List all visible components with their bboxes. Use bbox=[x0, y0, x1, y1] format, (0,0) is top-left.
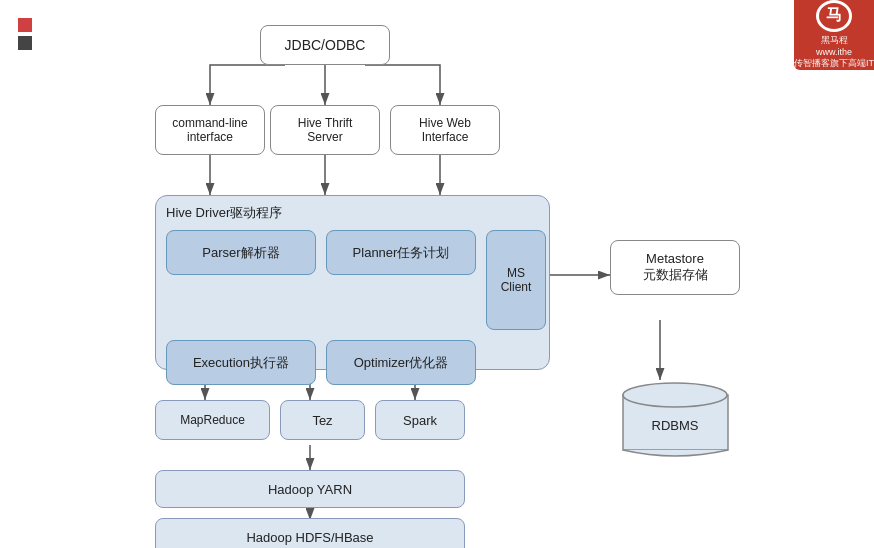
svg-point-13 bbox=[623, 383, 727, 407]
execution-box: Execution执行器 bbox=[166, 340, 316, 385]
optimizer-box: Optimizer优化器 bbox=[326, 340, 476, 385]
square-red bbox=[18, 18, 32, 32]
logo-icon: 马 bbox=[816, 0, 852, 32]
hdfs-box: Hadoop HDFS/HBase bbox=[155, 518, 465, 548]
spark-box: Spark bbox=[375, 400, 465, 440]
parser-box: Parser解析器 bbox=[166, 230, 316, 275]
thrift-server-box: Hive Thrift Server bbox=[270, 105, 380, 155]
metastore-box: Metastore 元数据存储 bbox=[610, 240, 740, 295]
ms-client-box: MS Client bbox=[486, 230, 546, 330]
web-interface-box: Hive Web Interface bbox=[390, 105, 500, 155]
mapreduce-box: MapReduce bbox=[155, 400, 270, 440]
svg-text:RDBMS: RDBMS bbox=[652, 418, 699, 433]
driver-label: Hive Driver驱动程序 bbox=[166, 204, 282, 222]
rdbms-svg: RDBMS bbox=[618, 380, 733, 460]
architecture-diagram: JDBC/ODBC command-line interface Hive Th… bbox=[40, 10, 820, 540]
square-dark bbox=[18, 36, 32, 50]
jdbc-odbc-box: JDBC/ODBC bbox=[260, 25, 390, 65]
tez-box: Tez bbox=[280, 400, 365, 440]
yarn-box: Hadoop YARN bbox=[155, 470, 465, 508]
cli-box: command-line interface bbox=[155, 105, 265, 155]
planner-box: Planner任务计划 bbox=[326, 230, 476, 275]
decorative-squares bbox=[18, 18, 32, 50]
hive-driver-box: Hive Driver驱动程序 Parser解析器 Planner任务计划 MS… bbox=[155, 195, 550, 370]
rdbms-box: RDBMS bbox=[618, 380, 733, 460]
